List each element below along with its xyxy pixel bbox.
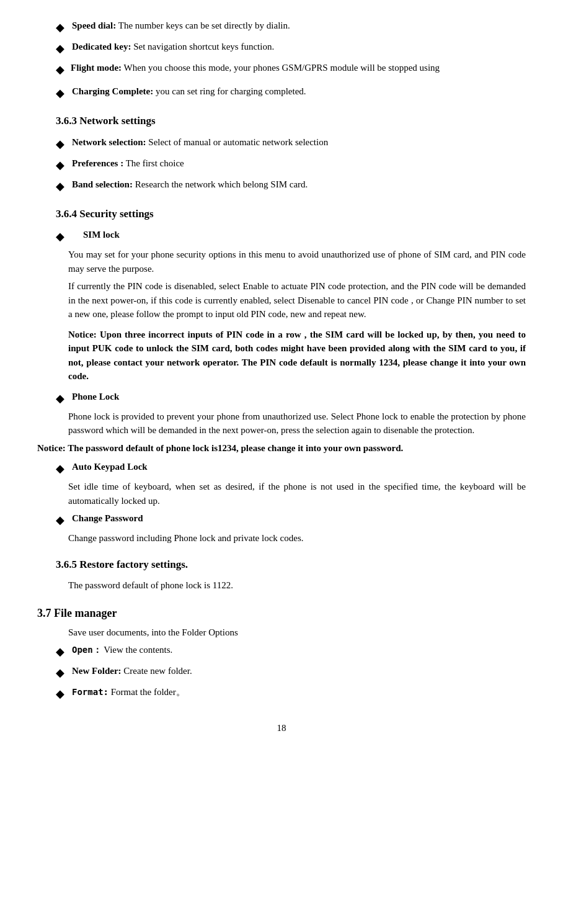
speed-dial-item: ◆ Speed dial: The number keys can be set… bbox=[56, 19, 526, 36]
format-text: Format the folder。 bbox=[109, 687, 185, 697]
phone-lock-label: Phone Lock bbox=[72, 392, 119, 401]
flight-mode-item: ◆ Flight mode: When you choose this mode… bbox=[56, 61, 526, 78]
dedicated-key-item: ◆ Dedicated key: Set navigation shortcut… bbox=[56, 40, 526, 57]
bullet-icon: ◆ bbox=[56, 665, 64, 681]
new-folder-item: ◆ New Folder: Create new folder. bbox=[56, 664, 526, 681]
speed-dial-label: Speed dial: bbox=[72, 20, 116, 30]
preferences-text: The first choice bbox=[123, 158, 184, 168]
bullet-icon: ◆ bbox=[56, 136, 64, 153]
charging-complete-label: Charging Complete: bbox=[72, 86, 153, 96]
band-selection-label: Band selection: bbox=[72, 179, 133, 189]
notice-2: Notice: The password default of phone lo… bbox=[37, 441, 526, 455]
section-365-heading: 3.6.5 Restore factory settings. bbox=[56, 557, 526, 573]
bullet-icon: ◆ bbox=[56, 157, 64, 174]
bullet-icon: ◆ bbox=[56, 40, 64, 57]
new-folder-text: Create new folder. bbox=[122, 666, 192, 676]
format-item: ◆ Format: Format the folder。 bbox=[56, 685, 526, 702]
dedicated-key-label: Dedicated key: bbox=[72, 42, 131, 52]
change-password-item: ◆ Change Password bbox=[56, 511, 526, 529]
bullet-icon: ◆ bbox=[56, 644, 64, 660]
flight-mode-label: Flight mode: bbox=[71, 63, 122, 73]
page-number: 18 bbox=[37, 721, 526, 735]
format-label: Format: bbox=[72, 687, 109, 697]
charging-complete-item: ◆ Charging Complete: you can set ring fo… bbox=[56, 84, 526, 102]
bullet-icon: ◆ bbox=[56, 85, 64, 102]
bullet-icon: ◆ bbox=[56, 19, 64, 36]
section-37-para: Save user documents, into the Folder Opt… bbox=[68, 626, 526, 640]
dedicated-key-text: Set navigation shortcut keys function. bbox=[131, 42, 274, 52]
phone-lock-para: Phone lock is provided to prevent your p… bbox=[68, 410, 526, 437]
section-363: 3.6.3 Network settings ◆ Network selecti… bbox=[37, 113, 526, 195]
bullet-icon: ◆ bbox=[56, 178, 64, 195]
open-label: Open： bbox=[72, 645, 102, 655]
section-37: 3.7 File manager Save user documents, in… bbox=[37, 605, 526, 703]
sim-lock-para2: If currently the PIN code is disenabled,… bbox=[68, 279, 526, 321]
band-selection-item: ◆ Band selection: Research the network w… bbox=[56, 177, 526, 195]
bullet-icon: ◆ bbox=[56, 61, 64, 78]
bullet-icon: ◆ bbox=[56, 390, 64, 407]
bullet-icon: ◆ bbox=[56, 512, 64, 529]
flight-mode-text: When you choose this mode, your phones G… bbox=[122, 63, 440, 73]
section-363-heading: 3.6.3 Network settings bbox=[56, 113, 526, 129]
section-365-para: The password default of phone lock is 11… bbox=[68, 578, 526, 593]
sim-lock-item: ◆ SIM lock bbox=[56, 228, 526, 245]
network-selection-item: ◆ Network selection: Select of manual or… bbox=[56, 135, 526, 153]
section-364: 3.6.4 Security settings ◆ SIM lock You m… bbox=[37, 206, 526, 545]
section-364-heading: 3.6.4 Security settings bbox=[56, 206, 526, 222]
speed-dial-text: The number keys can be set directly by d… bbox=[116, 20, 290, 30]
phone-lock-item: ◆ Phone Lock bbox=[56, 390, 526, 407]
auto-keypad-item: ◆ Auto Keypad Lock bbox=[56, 460, 526, 477]
open-item: ◆ Open： View the contents. bbox=[56, 643, 526, 660]
preferences-item: ◆ Preferences : The first choice bbox=[56, 156, 526, 174]
open-text: View the contents. bbox=[102, 645, 173, 655]
change-password-para: Change password including Phone lock and… bbox=[68, 531, 526, 545]
bullet-icon: ◆ bbox=[56, 460, 64, 477]
auto-keypad-para: Set idle time of keyboard, when set as d… bbox=[68, 480, 526, 508]
band-selection-text: Research the network which belong SIM ca… bbox=[133, 179, 308, 189]
sim-lock-para1: You may set for your phone security opti… bbox=[68, 248, 526, 276]
bullet-icon: ◆ bbox=[56, 228, 64, 245]
sim-lock-label: SIM lock bbox=[83, 230, 120, 240]
charging-complete-text: you can set ring for charging completed. bbox=[153, 86, 306, 96]
auto-keypad-label: Auto Keypad Lock bbox=[72, 462, 148, 472]
notice-1: Notice: Upon three incorrect inputs of P… bbox=[68, 328, 526, 384]
new-folder-label: New Folder: bbox=[72, 666, 122, 676]
preferences-label: Preferences : bbox=[72, 158, 123, 168]
change-password-label: Change Password bbox=[72, 513, 143, 523]
network-selection-text: Select of manual or automatic network se… bbox=[146, 137, 329, 147]
network-selection-label: Network selection: bbox=[72, 137, 146, 147]
bullet-icon: ◆ bbox=[56, 686, 64, 702]
section-365: 3.6.5 Restore factory settings. The pass… bbox=[37, 557, 526, 593]
section-37-heading: 3.7 File manager bbox=[37, 607, 117, 619]
